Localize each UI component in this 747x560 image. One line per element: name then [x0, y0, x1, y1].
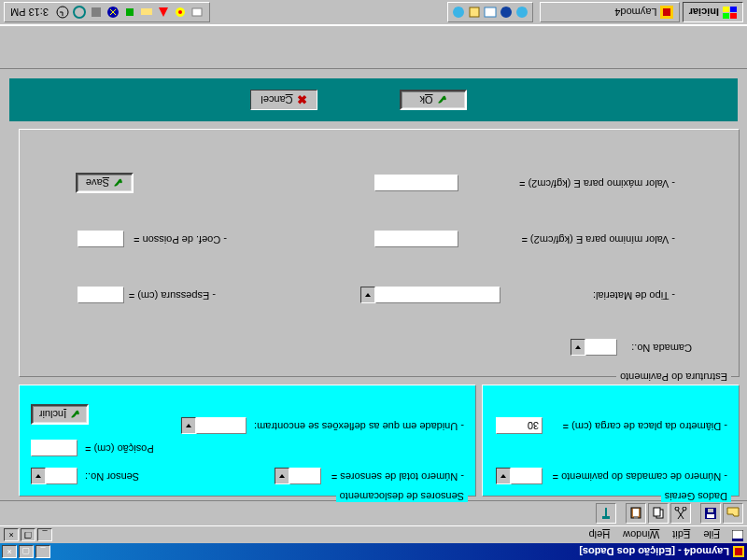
- ok-label: Ok: [419, 94, 432, 105]
- group-sensores: Sensores de deslocamento Sensor No.: Pos…: [19, 385, 476, 497]
- label-numero-total: - Número total de sensores =: [331, 471, 464, 483]
- tray-icon[interactable]: [174, 6, 187, 19]
- label-unidade: - Unidade em que as deflexões se encontr…: [254, 421, 464, 432]
- tray-icon[interactable]: [90, 6, 103, 19]
- label-posicao: Posição (cm) =: [85, 443, 154, 455]
- start-label: Iniciar: [689, 7, 719, 18]
- copy-button[interactable]: [648, 503, 669, 524]
- app-icon: [732, 545, 745, 558]
- svg-rect-21: [663, 8, 670, 16]
- cancel-button[interactable]: ✖ Cancel: [250, 90, 317, 110]
- tray-icon[interactable]: [515, 6, 529, 19]
- label-camada-no: Camada No.:: [631, 343, 692, 354]
- task-app-icon: [660, 6, 673, 19]
- input-posicao[interactable]: [31, 440, 78, 456]
- mdi-close-button[interactable]: ×: [4, 528, 19, 541]
- svg-rect-15: [602, 516, 610, 519]
- input-valor-min[interactable]: [374, 231, 458, 247]
- toolbar: [0, 500, 747, 526]
- group-dados-gerais: Dados Gerais - Número de camadas do pavi…: [482, 385, 740, 497]
- svg-rect-13: [634, 516, 638, 519]
- minimize-button[interactable]: _: [35, 545, 50, 558]
- title-bar: Laymod4 - [Edição dos Dados] _ ▢ ×: [0, 543, 747, 560]
- tray-icon[interactable]: [452, 6, 465, 19]
- task-button-laymod[interactable]: Laymod4: [540, 2, 680, 22]
- menu-edit[interactable]: Edit: [667, 528, 696, 541]
- input-valor-max[interactable]: [374, 175, 458, 191]
- client-area: Sensores de deslocamento Sensor No.: Pos…: [0, 69, 747, 500]
- diametro-value: 30: [528, 420, 539, 431]
- tray-icon[interactable]: [157, 6, 170, 19]
- incluir-button[interactable]: ✔ Incluir: [31, 404, 89, 425]
- svg-rect-17: [723, 13, 729, 19]
- mdi-child-icon[interactable]: [730, 528, 743, 541]
- combo-camada-no[interactable]: [571, 339, 617, 356]
- combo-numero-camadas[interactable]: [496, 468, 543, 484]
- svg-rect-19: [723, 7, 729, 12]
- svg-rect-33: [92, 7, 101, 17]
- cancel-label: Cancel: [261, 94, 292, 105]
- tool-button[interactable]: [596, 503, 616, 524]
- maximize-button[interactable]: ▢: [19, 545, 34, 558]
- tray-icon[interactable]: [106, 6, 120, 19]
- combo-sensor-no[interactable]: [31, 468, 78, 484]
- menu-window[interactable]: Window: [617, 528, 665, 541]
- tray-icon[interactable]: [123, 6, 136, 19]
- combo-unidade[interactable]: [181, 417, 247, 434]
- x-icon: ✖: [297, 93, 307, 107]
- menu-file[interactable]: File: [698, 528, 726, 541]
- tray-icon[interactable]: [500, 6, 513, 19]
- save-button[interactable]: ✔ Save: [76, 173, 134, 193]
- mdi-minimize-button[interactable]: _: [37, 528, 52, 541]
- tray-icon[interactable]: [484, 6, 497, 19]
- svg-rect-1: [735, 548, 742, 555]
- windows-logo-icon: [722, 6, 737, 19]
- check-icon: ✔: [70, 408, 80, 422]
- menu-help[interactable]: Help: [584, 528, 616, 541]
- cut-button[interactable]: [670, 503, 691, 524]
- svg-point-8: [675, 507, 679, 511]
- svg-rect-6: [708, 509, 713, 512]
- tray-icon[interactable]: [468, 6, 481, 19]
- incluir-label: Incluir: [39, 409, 66, 420]
- mdi-restore-button[interactable]: ❐: [21, 528, 35, 541]
- label-tipo-material: - Tipo de Material:: [593, 290, 675, 301]
- start-button[interactable]: Iniciar: [683, 2, 743, 22]
- button-bar: ✔ Ok ✖ Cancel: [9, 78, 738, 121]
- tray-icon[interactable]: [190, 6, 204, 19]
- system-tray: 3:13 PM: [4, 2, 210, 22]
- label-numero-camadas: - Número de camadas do pavimento =: [553, 471, 727, 483]
- input-diametro[interactable]: 30: [496, 417, 543, 434]
- svg-rect-25: [470, 7, 479, 17]
- tray-icon[interactable]: [140, 6, 153, 19]
- tray-icon[interactable]: [56, 6, 69, 19]
- svg-rect-27: [192, 8, 202, 16]
- svg-rect-30: [141, 8, 152, 15]
- group-estrutura-legend: Estrutura do Pavimento: [616, 371, 731, 383]
- open-file-button[interactable]: [723, 503, 743, 524]
- svg-point-7: [683, 507, 686, 511]
- svg-rect-10: [654, 508, 660, 516]
- svg-point-26: [453, 7, 464, 18]
- save-label: Save: [86, 177, 109, 189]
- combo-numero-total[interactable]: [275, 468, 321, 484]
- ok-button[interactable]: ✔ Ok: [400, 90, 467, 110]
- tray-icon[interactable]: [73, 6, 86, 19]
- paste-button[interactable]: [626, 503, 646, 524]
- menu-bar: File Edit Window Help _ ❐ ×: [0, 526, 747, 543]
- input-espessura[interactable]: [78, 287, 124, 303]
- svg-rect-16: [730, 13, 737, 19]
- window-title: Laymod4 - [Edição dos Dados]: [52, 546, 729, 557]
- save-button-toolbar[interactable]: [700, 503, 721, 524]
- clock: 3:13 PM: [10, 7, 49, 18]
- quick-launch: [447, 2, 533, 22]
- label-coef-poisson: - Coef. de Poisson =: [134, 234, 227, 245]
- svg-point-34: [74, 7, 85, 18]
- input-coef-poisson[interactable]: [78, 231, 124, 247]
- close-button[interactable]: ×: [2, 545, 17, 558]
- check-icon: ✔: [437, 93, 447, 107]
- svg-point-29: [178, 10, 182, 14]
- svg-rect-3: [732, 539, 743, 541]
- combo-tipo-material[interactable]: [360, 287, 500, 303]
- check-icon: ✔: [113, 176, 123, 190]
